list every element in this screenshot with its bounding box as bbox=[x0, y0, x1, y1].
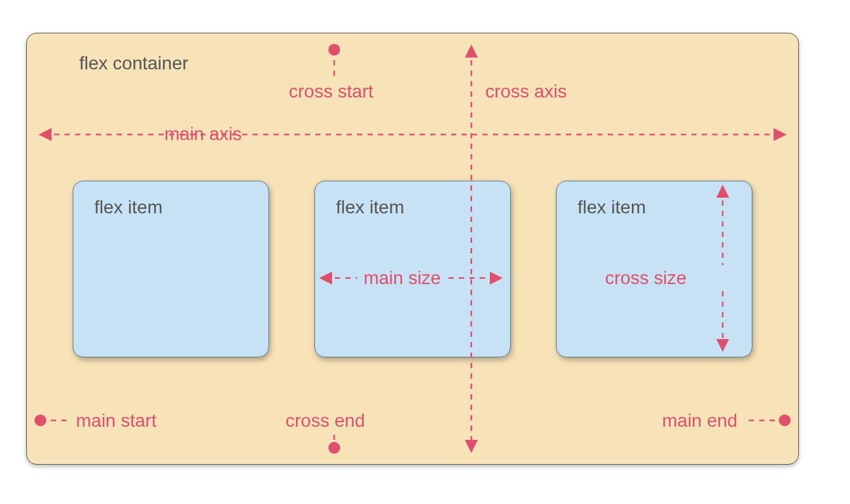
flex-item-1-label: flex item bbox=[94, 197, 248, 218]
main-start-label: main start bbox=[76, 410, 157, 431]
flex-item-2: flex item bbox=[314, 181, 511, 357]
cross-end-label: cross end bbox=[286, 410, 365, 431]
cross-start-label: cross start bbox=[289, 81, 373, 102]
flex-items-row: flex item flex item flex item bbox=[73, 181, 752, 357]
flex-container-box: flex container flex item flex item flex … bbox=[26, 33, 799, 465]
flex-item-3: flex item bbox=[556, 181, 752, 357]
cross-axis-label: cross axis bbox=[485, 81, 566, 102]
main-axis-label: main axis bbox=[164, 124, 242, 145]
flex-item-3-label: flex item bbox=[578, 197, 731, 218]
flex-container-label: flex container bbox=[79, 53, 189, 74]
flex-item-1: flex item bbox=[73, 181, 269, 357]
flex-item-2-label: flex item bbox=[336, 197, 489, 218]
main-end-label: main end bbox=[662, 410, 737, 431]
